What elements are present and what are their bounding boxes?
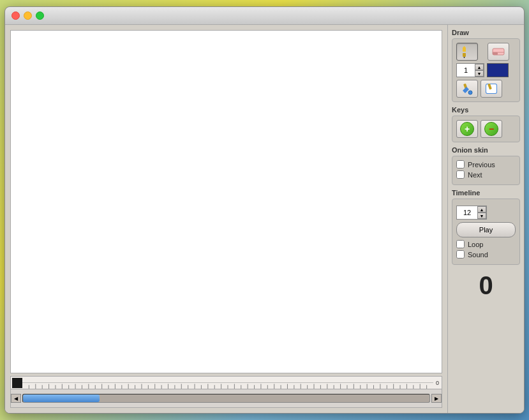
keys-panel-row: + − <box>456 120 516 138</box>
loop-checkbox[interactable] <box>456 240 465 248</box>
sound-label: Sound <box>468 251 488 259</box>
eraser-button[interactable] <box>488 43 509 61</box>
scroll-thumb <box>23 394 100 402</box>
fps-stepper[interactable]: ▲ ▼ <box>477 206 486 219</box>
color-swatch[interactable] <box>487 63 509 77</box>
maximize-button[interactable] <box>36 11 44 20</box>
fill-tools-row <box>456 80 516 98</box>
fps-row: ▲ ▼ <box>456 206 516 220</box>
stroke-width-field[interactable] <box>457 64 475 77</box>
next-label: Next <box>468 171 482 179</box>
stroke-width-down[interactable]: ▼ <box>475 70 484 77</box>
stroke-fill-icon <box>484 82 498 96</box>
timeline-panel: ▲ ▼ Play Loop Sound <box>452 199 520 265</box>
fps-input[interactable]: ▲ ▼ <box>456 206 487 220</box>
ruler-ticks: // rendered in SVG below as static <box>22 377 433 389</box>
keys-panel: + − <box>452 116 520 142</box>
close-button[interactable] <box>11 11 20 20</box>
next-checkbox[interactable] <box>456 170 465 179</box>
add-keyframe-button[interactable]: + <box>456 120 478 138</box>
sound-checkbox[interactable] <box>456 250 465 259</box>
scroll-track[interactable] <box>22 394 430 403</box>
frame-marker <box>12 378 22 388</box>
previous-checkbox[interactable] <box>456 160 465 169</box>
svg-point-72 <box>468 91 472 94</box>
canvas[interactable] <box>10 30 442 373</box>
pencil-button[interactable] <box>456 43 478 61</box>
onion-panel: Previous Next <box>452 156 520 185</box>
fps-down[interactable]: ▼ <box>477 213 486 219</box>
scroll-right-button[interactable]: ▶ <box>431 394 442 403</box>
eraser-icon <box>491 45 505 59</box>
timeline-section: Timeline ▲ ▼ Play <box>452 189 520 265</box>
remove-keyframe-button[interactable]: − <box>481 120 502 138</box>
pencil-icon <box>460 45 474 59</box>
main-area: // rendered in SVG below as static <box>5 25 447 413</box>
stroke-width-stepper[interactable]: ▲ ▼ <box>475 64 484 77</box>
tool-grid <box>456 43 516 61</box>
frame-zero-label: 0 <box>433 380 442 386</box>
sound-checkbox-row: Sound <box>456 250 516 259</box>
timeline-label: Timeline <box>452 189 520 197</box>
svg-marker-71 <box>463 87 469 93</box>
add-key-icon: + <box>460 122 474 136</box>
timeline-ruler: // rendered in SVG below as static <box>11 377 442 389</box>
draw-panel: ▲ ▼ <box>452 38 520 102</box>
previous-checkbox-row: Previous <box>456 160 516 169</box>
stroke-width-row: ▲ ▼ <box>456 63 516 77</box>
window-body: // rendered in SVG below as static <box>5 25 524 413</box>
title-bar <box>5 7 524 25</box>
keys-section: Keys + − <box>452 106 520 142</box>
next-checkbox-row: Next <box>456 170 516 179</box>
onion-section: Onion skin Previous Next <box>452 146 520 185</box>
fps-field[interactable] <box>457 206 477 219</box>
fill-bucket-icon <box>460 82 474 96</box>
draw-label: Draw <box>452 29 520 36</box>
play-button[interactable]: Play <box>456 222 516 237</box>
stroke-fill-button[interactable] <box>481 80 502 98</box>
main-window: // rendered in SVG below as static <box>4 6 525 414</box>
minimize-button[interactable] <box>24 11 32 20</box>
fill-bucket-button[interactable] <box>456 80 478 98</box>
onion-label: Onion skin <box>452 146 520 154</box>
previous-label: Previous <box>468 161 495 169</box>
svg-rect-68 <box>493 52 498 55</box>
keys-label: Keys <box>452 106 520 114</box>
scroll-left-button[interactable]: ◀ <box>11 394 21 403</box>
fps-up[interactable]: ▲ <box>477 206 486 213</box>
ruler-svg: // rendered in SVG below as static <box>22 377 433 389</box>
frame-counter: 0 <box>452 271 520 300</box>
remove-key-icon: − <box>484 122 498 136</box>
timeline-area: // rendered in SVG below as static <box>10 376 442 408</box>
sidebar: Draw <box>447 25 524 413</box>
timeline-scroll-row: ◀ ▶ <box>11 389 442 407</box>
svg-rect-62 <box>463 53 466 57</box>
loop-checkbox-row: Loop <box>456 240 516 248</box>
stroke-width-up[interactable]: ▲ <box>475 64 484 70</box>
traffic-lights <box>11 11 44 20</box>
loop-label: Loop <box>468 241 483 248</box>
stroke-width-input[interactable]: ▲ ▼ <box>456 63 484 77</box>
draw-section: Draw <box>452 29 520 102</box>
